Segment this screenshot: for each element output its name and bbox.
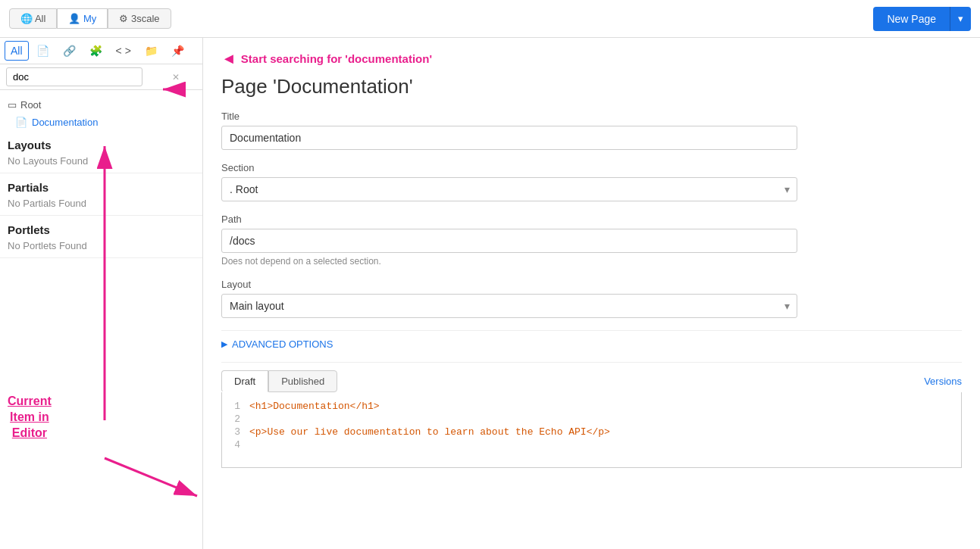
sidebar-toolbar: All 📄 🔗 🧩 < > 📁 📌 [0,38,202,64]
current-item-annotation: CurrentItem inEditor [8,394,52,441]
path-field-group: Path Does not depend on a selected secti… [221,214,962,267]
gear-icon: ⚙ [119,13,128,24]
layout-field-group: Layout Main layout [221,279,962,318]
page-icon: 📄 [15,117,27,128]
title-input[interactable] [221,126,797,150]
search-annotation-area: ◄ Start searching for 'documentation' [221,50,962,67]
tab-all[interactable]: 🌐 All [9,8,57,29]
top-tabs: 🌐 All 👤 My ⚙ 3scale [9,8,171,29]
search-input[interactable] [6,67,142,86]
divider2 [221,362,962,363]
layout: All 📄 🔗 🧩 < > 📁 📌 ✕ ▭ Root 📄 Documentati… [0,38,980,549]
path-label: Path [221,214,962,225]
tab-my[interactable]: 👤 My [57,8,108,29]
title-field-group: Title [221,111,962,150]
sidebar-tool-all[interactable]: All [5,41,29,61]
code-line-1: 1 <h1>Documentation</h1> [222,400,961,413]
search-hint-annotation: ◄ Start searching for 'documentation' [221,50,962,67]
layouts-title: Layouts [0,131,202,154]
tab-draft[interactable]: Draft [221,370,268,392]
code-line-3: 3 <p>Use our live documentation to learn… [222,426,961,438]
code-editor[interactable]: 1 <h1>Documentation</h1> 2 3 <p>Use our … [221,392,962,468]
sidebar-tool-puzzle[interactable]: 🧩 [83,41,108,61]
portlets-empty: No Portlets Found [0,239,202,258]
editor-tabs-row: Draft Published Versions [221,370,962,392]
search-clear-icon[interactable]: ✕ [172,72,180,83]
code-line-2: 2 [222,413,961,426]
sidebar-tool-folder[interactable]: 📁 [139,41,164,61]
tab-3scale[interactable]: ⚙ 3scale [108,8,171,29]
section-select[interactable]: . Root [221,177,797,201]
advanced-options-toggle[interactable]: ADVANCED OPTIONS [221,338,962,350]
globe-icon: 🌐 [20,13,33,24]
layouts-empty: No Layouts Found [0,154,202,173]
sidebar-search-row: ✕ [0,64,202,90]
sidebar-content: ▭ Root 📄 Documentation Layouts No Layout… [0,90,202,549]
left-arrow-icon: ◄ [221,50,236,67]
collapse-icon: ▭ [8,99,17,111]
layout-select-wrapper: Main layout [221,294,797,318]
main-content: ◄ Start searching for 'documentation' Pa… [203,38,980,549]
new-page-group: New Page ▾ [873,7,971,31]
section-select-wrapper: . Root [221,177,797,201]
code-line-4: 4 [222,438,961,451]
editor-tab-group: Draft Published [221,370,337,392]
sidebar-item-documentation[interactable]: 📄 Documentation [0,114,202,131]
portlets-title: Portlets [0,216,202,239]
sidebar: All 📄 🔗 🧩 < > 📁 📌 ✕ ▭ Root 📄 Documentati… [0,38,203,549]
page-title: Page 'Documentation' [221,75,962,98]
root-section-header[interactable]: ▭ Root [0,96,202,114]
partials-title: Partials [0,173,202,196]
path-hint: Does not depend on a selected section. [221,256,962,267]
new-page-button[interactable]: New Page [873,7,950,31]
layout-label: Layout [221,279,962,290]
section-label: Section [221,162,962,173]
new-page-dropdown-button[interactable]: ▾ [950,7,971,31]
user-icon: 👤 [68,13,80,24]
title-label: Title [221,111,962,122]
layout-select[interactable]: Main layout [221,294,797,318]
section-field-group: Section . Root [221,162,962,201]
divider [221,330,962,331]
sidebar-tool-code[interactable]: < > [110,41,137,61]
partials-empty: No Partials Found [0,196,202,216]
tab-published[interactable]: Published [268,370,337,392]
sidebar-tool-link[interactable]: 🔗 [57,41,82,61]
sidebar-tool-pin[interactable]: 📌 [165,41,190,61]
sidebar-tool-page[interactable]: 📄 [30,41,55,61]
versions-link[interactable]: Versions [924,376,962,387]
top-bar: 🌐 All 👤 My ⚙ 3scale New Page ▾ [0,0,980,38]
path-input[interactable] [221,229,797,253]
